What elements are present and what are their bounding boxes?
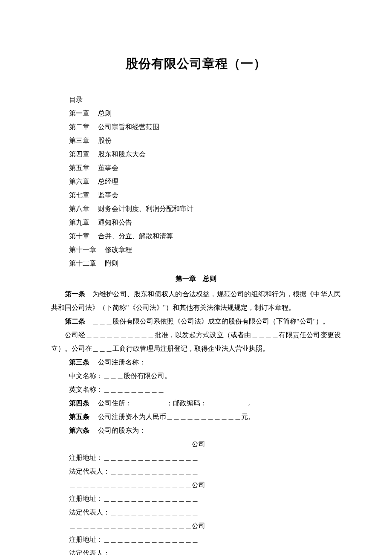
article-3-cn: 中文名称：＿＿＿股份有限公司。	[51, 369, 341, 383]
document-title: 股份有限公司章程（一）	[51, 55, 341, 72]
toc-header: 目录	[51, 93, 341, 107]
toc-chapter: 第二章	[69, 120, 89, 134]
article-label: 第五条	[69, 413, 89, 420]
toc-chapter: 第三章	[69, 134, 89, 147]
toc-name: 股东和股东大会	[98, 150, 146, 158]
toc-item: 第二章公司宗旨和经营范围	[51, 120, 341, 134]
article-text: 公司注册名称：	[98, 358, 146, 366]
shareholder-rep: 法定代表人：＿＿＿＿＿＿＿＿＿＿＿＿＿	[51, 546, 341, 555]
article-1: 第一条 为维护公司、股东和债权人的合法权益，规范公司的组织和行为，根据《中华人民…	[51, 287, 341, 315]
toc-item: 第三章股份	[51, 134, 341, 147]
shareholder-company: ＿＿＿＿＿＿＿＿＿＿＿＿＿＿＿＿＿＿公司	[51, 478, 341, 492]
shareholder-company: ＿＿＿＿＿＿＿＿＿＿＿＿＿＿＿＿＿＿公司	[51, 519, 341, 533]
article-3-en: 英文名称：＿＿＿＿＿＿＿＿＿	[51, 383, 341, 396]
toc-item: 第五章董事会	[51, 161, 341, 175]
article-6: 第六条公司的股东为：	[51, 424, 341, 437]
article-2-line1: 第二条 ＿＿＿股份有限公司系依照《公司法》成立的股份有限公司（下简称"公司"）。	[51, 315, 341, 328]
toc-chapter: 第八章	[69, 202, 89, 216]
shareholder-addr: 注册地址：＿＿＿＿＿＿＿＿＿＿＿＿＿＿	[51, 451, 341, 465]
toc-item: 第十二章附则	[51, 257, 341, 270]
article-label: 第三条	[69, 358, 89, 366]
toc-name: 总则	[98, 110, 112, 117]
toc-chapter: 第五章	[69, 161, 89, 175]
toc-item: 第十一章修改章程	[51, 243, 341, 257]
article-4: 第四条公司住所：＿＿＿＿＿；邮政编码：＿＿＿＿＿＿。	[51, 396, 341, 410]
toc-chapter: 第六章	[69, 175, 89, 188]
toc-item: 第九章通知和公告	[51, 216, 341, 229]
chapter-heading: 第一章 总则	[51, 272, 341, 286]
toc-name: 董事会	[98, 164, 118, 171]
document-page: 股份有限公司章程（一） 目录 第一章总则 第二章公司宗旨和经营范围 第三章股份 …	[0, 0, 392, 555]
article-label: 第六条	[69, 427, 89, 434]
toc-name: 公司宗旨和经营范围	[98, 123, 159, 130]
toc-name: 附则	[105, 260, 118, 267]
article-text: ＿＿＿股份有限公司系依照《公司法》成立的股份有限公司（下简称"公司"）。	[92, 318, 329, 325]
article-text: 为维护公司、股东和债权人的合法权益，规范公司的组织和行为，根据《中华人民共和国公…	[51, 290, 341, 311]
toc-item: 第十章合并、分立、解散和清算	[51, 229, 341, 243]
toc-name: 财务会计制度、利润分配和审计	[98, 205, 193, 212]
article-2-line2: 公司经＿＿＿＿＿＿＿＿＿＿批准，以发起方式设立（或者由＿＿＿＿有限责任公司变更设…	[51, 328, 341, 356]
toc-chapter: 第十章	[69, 229, 89, 243]
shareholder-rep: 法定代表人：＿＿＿＿＿＿＿＿＿＿＿＿＿	[51, 465, 341, 478]
toc-item: 第四章股东和股东大会	[51, 147, 341, 161]
toc-item: 第六章总经理	[51, 175, 341, 188]
toc-chapter: 第十二章	[69, 257, 96, 270]
toc-name: 监事会	[98, 191, 118, 199]
article-text: 公司住所：＿＿＿＿＿；邮政编码：＿＿＿＿＿＿。	[98, 399, 255, 407]
shareholder-addr: 注册地址：＿＿＿＿＿＿＿＿＿＿＿＿＿＿	[51, 492, 341, 506]
toc-name: 股份	[98, 137, 112, 144]
toc-name: 修改章程	[105, 246, 132, 253]
toc-name: 合并、分立、解散和清算	[98, 232, 173, 240]
shareholder-addr: 注册地址：＿＿＿＿＿＿＿＿＿＿＿＿＿＿	[51, 533, 341, 546]
article-3: 第三条公司注册名称：	[51, 356, 341, 369]
toc-item: 第七章监事会	[51, 188, 341, 202]
article-label: 第二条	[65, 318, 85, 325]
article-text: 公司的股东为：	[98, 427, 146, 434]
shareholder-company: ＿＿＿＿＿＿＿＿＿＿＿＿＿＿＿＿＿＿公司	[51, 437, 341, 451]
toc-item: 第八章财务会计制度、利润分配和审计	[51, 202, 341, 216]
article-label: 第一条	[65, 290, 86, 298]
shareholder-rep: 法定代表人：＿＿＿＿＿＿＿＿＿＿＿＿＿	[51, 506, 341, 519]
toc-chapter: 第七章	[69, 188, 89, 202]
toc-name: 总经理	[98, 178, 118, 185]
toc-chapter: 第四章	[69, 147, 89, 161]
article-text: 公司注册资本为人民币＿＿＿＿＿＿＿＿＿＿＿元。	[98, 413, 255, 420]
toc-chapter: 第九章	[69, 216, 89, 229]
article-label: 第四条	[69, 399, 89, 407]
toc-chapter: 第十一章	[69, 243, 96, 257]
toc-item: 第一章总则	[51, 107, 341, 120]
article-5: 第五条公司注册资本为人民币＿＿＿＿＿＿＿＿＿＿＿元。	[51, 410, 341, 424]
toc-chapter: 第一章	[69, 107, 89, 120]
toc-name: 通知和公告	[98, 219, 132, 226]
